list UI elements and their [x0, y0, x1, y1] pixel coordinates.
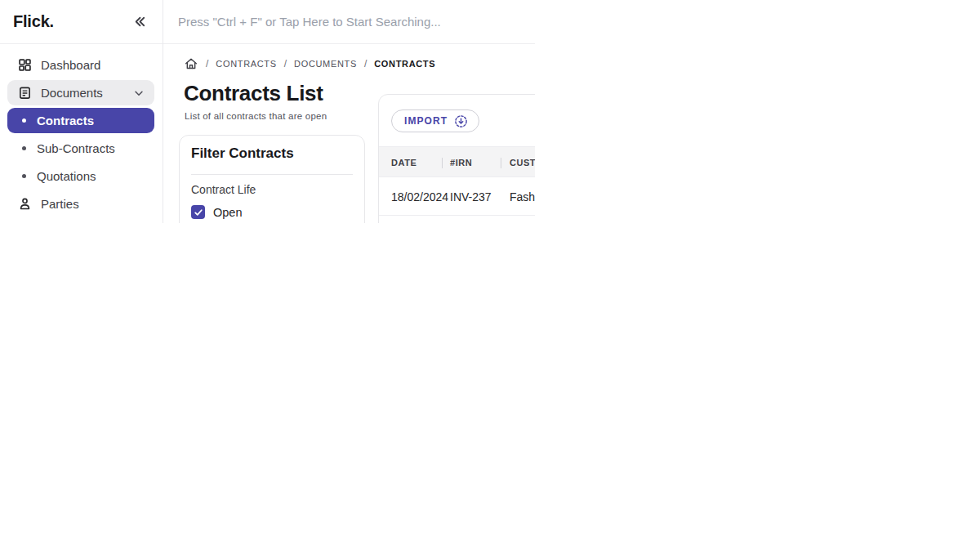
breadcrumb-separator: / [284, 58, 287, 69]
main-content: / CONTRACTS / DOCUMENTS / CONTRACTS Cont… [163, 44, 535, 223]
filter-option-label: Open [213, 206, 242, 219]
import-button[interactable]: IMPORT [391, 109, 479, 132]
brand-logo: Flick. [13, 12, 54, 31]
sidebar-item-label: Documents [41, 86, 103, 100]
breadcrumb-separator: / [206, 58, 208, 69]
breadcrumb-separator: / [364, 58, 367, 69]
breadcrumb-item-documents[interactable]: DOCUMENTS [294, 59, 357, 69]
cell-customer: Fashion [510, 177, 535, 216]
open-checkbox[interactable] [191, 205, 205, 219]
rendered-content-region: Flick. [0, 0, 535, 223]
bullet-dot-icon [22, 146, 26, 150]
filter-group-label: Contract Life [191, 183, 353, 196]
app-canvas: Flick. [0, 0, 980, 554]
contracts-table-card: IMPORT DATE #IRN CUSTOMER [378, 94, 535, 223]
sidebar-item-sub-contracts[interactable]: Sub-Contracts [7, 136, 154, 161]
sidebar-item-dashboard[interactable]: Dashboard [7, 52, 154, 78]
column-header-customer: CUSTOMER [510, 147, 535, 178]
sidebar-item-quotations[interactable]: Quotations [7, 163, 154, 189]
breadcrumb-item-current: CONTRACTS [374, 59, 435, 69]
column-divider [501, 158, 501, 168]
bullet-dot-icon [22, 118, 26, 123]
column-header-irn: #IRN [450, 147, 472, 178]
table-row[interactable]: 18/02/2024 INV-237 Fashion [379, 177, 535, 216]
sidebar-item-label: Quotations [37, 169, 96, 183]
page-title: Contracts List [184, 81, 323, 106]
search-input[interactable] [178, 15, 529, 29]
import-button-label: IMPORT [404, 115, 448, 127]
page-subtitle: List of all contracts that are open [185, 111, 327, 121]
sidebar-item-label: Contracts [37, 114, 94, 127]
sidebar-header: Flick. [0, 0, 163, 44]
bullet-dot-icon [22, 174, 26, 178]
dashboard-grid-icon [18, 58, 32, 72]
column-header-date: DATE [391, 147, 416, 178]
sidebar-nav: Dashboard Documents [0, 44, 162, 217]
sidebar-item-label: Parties [41, 197, 79, 211]
double-chevron-left-icon [131, 14, 147, 29]
chevron-down-icon [133, 87, 145, 99]
cell-date: 18/02/2024 [391, 177, 448, 216]
filter-panel-title: Filter Contracts [191, 145, 353, 162]
checkmark-icon [194, 208, 203, 217]
sidebar-item-parties[interactable]: Parties [7, 191, 154, 217]
table-header-row: DATE #IRN CUSTOMER [379, 146, 535, 177]
filter-option-open[interactable]: Open [191, 205, 353, 219]
sidebar-item-documents[interactable]: Documents [7, 80, 154, 105]
column-divider [442, 158, 443, 168]
document-icon [18, 86, 32, 100]
download-icon [454, 114, 468, 128]
person-icon [18, 197, 32, 211]
filter-panel: Filter Contracts Contract Life Open [179, 135, 365, 223]
home-icon[interactable] [184, 56, 198, 71]
top-search-bar[interactable] [163, 0, 535, 44]
sidebar-item-contracts[interactable]: Contracts [7, 108, 154, 133]
cell-irn: INV-237 [450, 177, 492, 216]
breadcrumb-item-contracts[interactable]: CONTRACTS [216, 59, 276, 69]
sidebar-collapse-button[interactable] [130, 12, 149, 31]
breadcrumb: / CONTRACTS / DOCUMENTS / CONTRACTS [184, 56, 435, 71]
divider [191, 174, 353, 175]
sidebar-item-label: Sub-Contracts [37, 141, 115, 155]
sidebar: Flick. [0, 0, 163, 223]
sidebar-item-label: Dashboard [41, 58, 100, 72]
